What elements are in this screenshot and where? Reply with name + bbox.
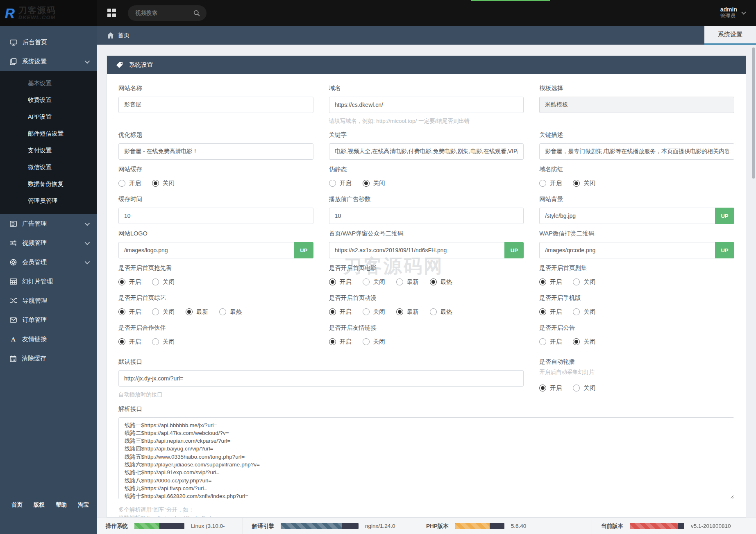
wap-qrcode-input[interactable]	[329, 242, 505, 258]
radio-icon[interactable]	[329, 308, 336, 315]
radio-icon[interactable]	[118, 308, 125, 315]
footer-link-help[interactable]: 帮助	[56, 501, 67, 509]
parse-api-textarea[interactable]: 线路一$https://api.bbbbbb.me/jx/?url= 线路二$h…	[118, 417, 734, 499]
submenu-item-payment-settings[interactable]: 支付设置	[0, 142, 97, 159]
radio-hottest[interactable]: 最热	[430, 308, 452, 316]
radio-off[interactable]: 关闭	[152, 179, 175, 187]
radio-icon[interactable]	[152, 180, 159, 187]
radio-icon[interactable]	[329, 338, 336, 345]
submenu-item-basic-settings[interactable]: 基本设置	[0, 75, 97, 92]
ad-seconds-input[interactable]	[329, 208, 524, 224]
radio-off[interactable]: 关闭	[363, 308, 385, 316]
radio-hottest[interactable]: 最热	[219, 308, 242, 316]
upload-button[interactable]: UP	[294, 242, 313, 258]
radio-off[interactable]: 关闭	[152, 278, 175, 286]
site-logo-input[interactable]	[118, 242, 294, 258]
description-input[interactable]	[539, 143, 734, 160]
radio-off[interactable]: 关闭	[573, 384, 595, 392]
radio-newest[interactable]: 最新	[396, 278, 419, 286]
radio-icon[interactable]	[539, 180, 546, 187]
radio-off[interactable]: 关闭	[152, 338, 175, 346]
radio-icon[interactable]	[363, 308, 370, 315]
site-bg-input[interactable]	[539, 208, 715, 224]
radio-on[interactable]: 开启	[539, 384, 562, 392]
radio-off[interactable]: 关闭	[363, 338, 385, 346]
radio-on[interactable]: 开启	[118, 308, 141, 316]
upload-button[interactable]: UP	[504, 242, 524, 258]
submenu-item-admin-management[interactable]: 管理员管理	[0, 192, 97, 209]
radio-icon[interactable]	[118, 180, 125, 187]
radio-icon[interactable]	[573, 180, 580, 187]
radio-off[interactable]: 关闭	[363, 179, 385, 187]
radio-on[interactable]: 开启	[118, 179, 141, 187]
logo[interactable]: R 刀客源码 DKEWL.COM	[0, 0, 97, 26]
radio-on[interactable]: 开启	[539, 278, 562, 286]
footer-link-taobao[interactable]: 淘宝	[78, 501, 89, 509]
radio-icon[interactable]	[539, 338, 546, 345]
radio-icon[interactable]	[573, 308, 580, 315]
submenu-item-fee-settings[interactable]: 收费设置	[0, 92, 97, 109]
radio-icon[interactable]	[118, 278, 125, 285]
sidebar-item-navigation[interactable]: 导航管理	[0, 291, 97, 310]
radio-icon[interactable]	[152, 308, 159, 315]
radio-on[interactable]: 开启	[329, 308, 352, 316]
radio-newest[interactable]: 最新	[186, 308, 208, 316]
radio-on[interactable]: 开启	[118, 278, 141, 286]
domain-input[interactable]	[329, 97, 524, 113]
site-name-input[interactable]	[118, 97, 313, 113]
upload-button[interactable]: UP	[715, 242, 734, 258]
sidebar-item-orders[interactable]: 订单管理	[0, 310, 97, 330]
sidebar-item-dashboard[interactable]: 后台首页	[0, 33, 97, 52]
radio-icon[interactable]	[573, 385, 580, 391]
sidebar-item-ads[interactable]: 广告管理	[0, 214, 97, 233]
radio-icon[interactable]	[152, 278, 159, 285]
sidebar-item-members[interactable]: 会员管理	[0, 253, 97, 272]
radio-off[interactable]: 关闭	[573, 179, 595, 187]
upload-button[interactable]: UP	[715, 208, 734, 224]
radio-icon[interactable]	[152, 338, 159, 345]
radio-on[interactable]: 开启	[539, 338, 562, 346]
radio-icon[interactable]	[396, 278, 403, 285]
radio-icon[interactable]	[539, 308, 546, 315]
radio-off[interactable]: 关闭	[573, 338, 595, 346]
submenu-item-backup-restore[interactable]: 数据备份恢复	[0, 176, 97, 192]
radio-on[interactable]: 开启	[118, 338, 141, 346]
submenu-item-wechat-settings[interactable]: 微信设置	[0, 159, 97, 176]
sidebar-item-system-settings[interactable]: 系统设置	[0, 52, 97, 71]
breadcrumb[interactable]: 首页	[107, 32, 129, 39]
radio-icon[interactable]	[539, 385, 546, 391]
search-input[interactable]	[134, 9, 193, 16]
radio-icon[interactable]	[573, 278, 580, 285]
radio-off[interactable]: 关闭	[573, 308, 595, 316]
sidebar-item-friend-links[interactable]: A 友情链接	[0, 330, 97, 349]
radio-off[interactable]: 关闭	[152, 308, 175, 316]
radio-icon[interactable]	[430, 308, 437, 315]
sidebar-item-slides[interactable]: 幻灯片管理	[0, 272, 97, 291]
sidebar-item-videos[interactable]: 视频管理	[0, 233, 97, 253]
submenu-item-app-settings[interactable]: APP设置	[0, 109, 97, 125]
footer-link-home[interactable]: 首页	[11, 501, 23, 509]
vertical-scrollbar[interactable]	[752, 48, 755, 179]
radio-icon[interactable]	[363, 180, 370, 187]
radio-off[interactable]: 关闭	[363, 278, 385, 286]
radio-icon[interactable]	[329, 180, 336, 187]
keywords-input[interactable]	[329, 143, 524, 160]
user-menu[interactable]: admin 管理员	[720, 6, 745, 20]
radio-hottest[interactable]: 最热	[430, 278, 452, 286]
radio-off[interactable]: 关闭	[573, 278, 595, 286]
footer-link-copyright[interactable]: 版权	[34, 501, 45, 509]
radio-on[interactable]: 开启	[329, 278, 352, 286]
radio-icon[interactable]	[186, 308, 193, 315]
radio-icon[interactable]	[539, 278, 546, 285]
radio-icon[interactable]	[363, 338, 370, 345]
cache-time-input[interactable]	[118, 208, 313, 224]
radio-icon[interactable]	[573, 338, 580, 345]
default-api-input[interactable]	[118, 370, 524, 387]
radio-on[interactable]: 开启	[539, 308, 562, 316]
radio-newest[interactable]: 最新	[396, 308, 419, 316]
radio-icon[interactable]	[329, 278, 336, 285]
tab-system-settings[interactable]: 系统设置	[704, 26, 756, 45]
submenu-item-mail-sms-settings[interactable]: 邮件短信设置	[0, 125, 97, 142]
video-search-box[interactable]	[128, 5, 207, 21]
radio-icon[interactable]	[219, 308, 226, 315]
